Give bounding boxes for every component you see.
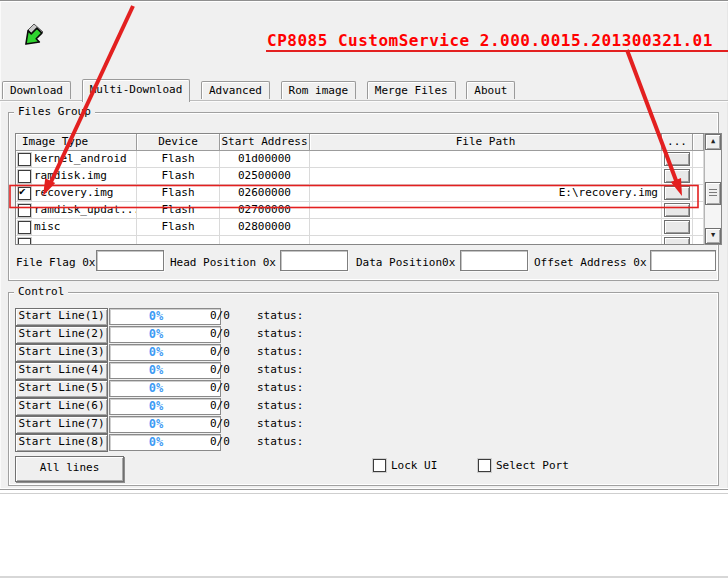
table-row-misc[interactable]: misc Flash 02800000 — [16, 219, 704, 236]
scroll-up-icon[interactable]: ▲ — [705, 134, 721, 150]
filler-cell — [693, 185, 704, 202]
lock-ui-label: Lock UI — [391, 459, 437, 472]
file-path-cell — [310, 219, 662, 236]
image-type-label: recovery.img — [34, 185, 113, 201]
progress-bar-7: 0% — [109, 416, 221, 433]
thumb-grip — [709, 189, 717, 190]
image-type-label: kernel_android — [34, 151, 127, 167]
count-4: 0/0 — [210, 362, 230, 378]
col-device[interactable]: Device — [137, 134, 220, 151]
data-position-label: Data Position0x — [356, 256, 455, 269]
lock-ui-checkbox[interactable] — [373, 459, 386, 472]
start-line-2-button[interactable]: Start Line(2) — [15, 326, 108, 344]
table-row-kernel-android[interactable]: kernel_android Flash 01d00000 — [16, 151, 704, 168]
table-row-ramdisk-update[interactable]: ramdisk_updat... Flash 02700000 — [16, 202, 704, 219]
col-image-type[interactable]: Image Type — [16, 134, 137, 151]
file-path-cell — [310, 236, 662, 245]
filler-cell — [693, 168, 704, 185]
file-path-cell — [310, 151, 662, 168]
file-path-cell: E:\recovery.img — [310, 185, 662, 202]
start-address-cell: 01d00000 — [220, 151, 310, 168]
file-flag-label: File Flag 0x — [16, 256, 95, 269]
row-checkbox[interactable] — [18, 221, 31, 234]
file-flag-input[interactable] — [96, 250, 164, 271]
col-file-path[interactable]: File Path — [310, 134, 662, 151]
app-version-title: CP8085 CustomService 2.000.0015.20130032… — [267, 31, 713, 50]
select-port-checkbox[interactable] — [478, 459, 491, 472]
head-position-label: Head Position 0x — [170, 256, 276, 269]
tab-about[interactable]: About — [466, 81, 515, 99]
browse-button[interactable] — [664, 152, 690, 166]
filler-cell — [693, 219, 704, 236]
start-line-8-button[interactable]: Start Line(8) — [15, 434, 108, 452]
tab-advanced[interactable]: Advanced — [201, 81, 270, 99]
count-7: 0/0 — [210, 416, 230, 432]
table-row-recovery-img[interactable]: ✔ recovery.img Flash 02600000 E:\recover… — [16, 185, 704, 202]
row-checkbox[interactable] — [18, 170, 31, 183]
table-scrollbar[interactable]: ▲ ▼ — [704, 133, 722, 245]
table-row-partial[interactable] — [16, 236, 704, 245]
status-8: status: — [257, 434, 303, 450]
offset-address-input[interactable] — [650, 250, 716, 271]
progress-bar-3: 0% — [109, 344, 221, 361]
files-table-header: Image Type Device Start Address File Pat… — [16, 134, 704, 151]
count-1: 0/0 — [210, 308, 230, 324]
col-browse[interactable]: ... — [662, 134, 693, 151]
tab-rom-image[interactable]: Rom image — [281, 81, 357, 99]
start-line-3-button[interactable]: Start Line(3) — [15, 344, 108, 362]
head-position-input[interactable] — [280, 250, 348, 271]
start-address-cell: 02700000 — [220, 202, 310, 219]
device-cell — [137, 236, 220, 245]
file-path-cell — [310, 168, 662, 185]
status-4: status: — [257, 362, 303, 378]
status-5: status: — [257, 380, 303, 396]
start-line-5-button[interactable]: Start Line(5) — [15, 380, 108, 398]
scroll-down-icon[interactable]: ▼ — [705, 228, 721, 244]
status-6: status: — [257, 398, 303, 414]
device-cell: Flash — [137, 151, 220, 168]
image-type-label: misc — [34, 219, 61, 235]
filler-cell — [693, 202, 704, 219]
status-1: status: — [257, 308, 303, 324]
page-divider — [0, 576, 728, 578]
filler-cell — [693, 151, 704, 168]
offset-address-label: Offset Address 0x — [534, 256, 647, 269]
start-address-cell: 02500000 — [220, 168, 310, 185]
browse-button[interactable] — [664, 203, 690, 217]
scrollbar-thumb[interactable] — [705, 182, 721, 205]
filler-cell — [693, 236, 704, 245]
row-checkbox[interactable] — [18, 204, 31, 217]
tab-multi-download[interactable]: Multi-Download — [82, 79, 191, 102]
start-line-4-button[interactable]: Start Line(4) — [15, 362, 108, 380]
tab-download[interactable]: Download — [2, 81, 71, 99]
green-download-arrow-icon — [21, 23, 47, 51]
device-cell: Flash — [137, 168, 220, 185]
row-checkbox[interactable] — [18, 153, 31, 166]
browse-button[interactable] — [664, 186, 690, 200]
start-line-1-button[interactable]: Start Line(1) — [15, 308, 108, 326]
browse-button[interactable] — [664, 237, 690, 245]
count-3: 0/0 — [210, 344, 230, 360]
file-path-cell — [310, 202, 662, 219]
tab-merge-files[interactable]: Merge Files — [367, 81, 456, 99]
image-type-label: ramdisk.img — [34, 168, 107, 184]
browse-button[interactable] — [664, 220, 690, 234]
all-lines-button[interactable]: All lines — [15, 456, 124, 482]
col-filler — [693, 134, 704, 151]
data-position-input[interactable] — [460, 250, 528, 271]
count-6: 0/0 — [210, 398, 230, 414]
device-cell: Flash — [137, 219, 220, 236]
progress-bar-4: 0% — [109, 362, 221, 379]
start-line-7-button[interactable]: Start Line(7) — [15, 416, 108, 434]
col-start-address[interactable]: Start Address — [220, 134, 310, 151]
row-checkbox[interactable] — [18, 238, 31, 246]
progress-bar-6: 0% — [109, 398, 221, 415]
window-bottom-edge — [0, 489, 728, 494]
start-line-6-button[interactable]: Start Line(6) — [15, 398, 108, 416]
browse-button[interactable] — [664, 169, 690, 183]
table-row-ramdisk-img[interactable]: ramdisk.img Flash 02500000 — [16, 168, 704, 185]
tab-bar: Download Multi-Download Advanced Rom ima… — [2, 79, 516, 102]
start-address-cell: 02800000 — [220, 219, 310, 236]
files-table: Image Type Device Start Address File Pat… — [15, 133, 705, 245]
row-checkbox-checked[interactable]: ✔ — [18, 187, 31, 200]
